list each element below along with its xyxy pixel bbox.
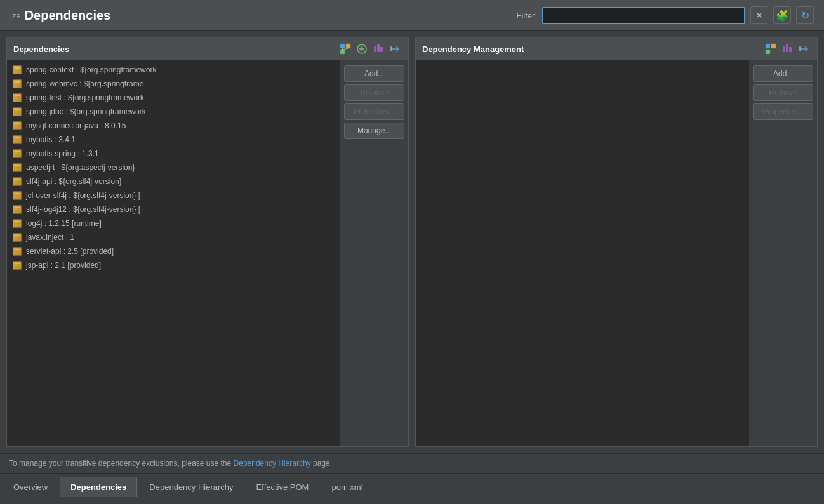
list-item[interactable]: slf4j-api : ${org.slf4j-version} [7, 175, 340, 189]
list-item[interactable]: servlet-api : 2.5 [provided] [7, 244, 340, 258]
dep-toolbar-icon-4[interactable] [388, 42, 402, 56]
list-item[interactable]: log4j : 1.2.15 [runtime] [7, 216, 340, 230]
svg-rect-10 [380, 47, 383, 52]
collapse-icon: 🧩 [776, 10, 788, 22]
filter-label: Filter: [517, 11, 538, 20]
main-content: Dependencies [0, 31, 824, 473]
dep-item-label: jcl-over-slf4j : ${org.slf4j-version} [ [26, 191, 140, 200]
jar-icon [12, 190, 22, 201]
svg-line-4 [343, 48, 349, 50]
mgmt-toolbar-icon-2[interactable] [780, 42, 794, 56]
dep-toolbar-icon-2[interactable] [355, 42, 369, 56]
ize-label: ize [10, 11, 21, 20]
svg-rect-13 [766, 44, 770, 48]
mgmt-remove-button[interactable]: Remove [753, 84, 813, 101]
dep-add-button[interactable]: Add... [344, 65, 404, 82]
list-item[interactable]: mybatis-spring : 1.3.1 [7, 147, 340, 161]
list-item[interactable]: spring-context : ${org.springframework [7, 63, 340, 77]
dep-toolbar-icon-1[interactable] [338, 42, 352, 56]
dep-item-label: slf4j-api : ${org.slf4j-version} [26, 177, 122, 186]
dep-item-label: servlet-api : 2.5 [provided] [26, 247, 114, 256]
list-item[interactable]: spring-webmvc : ${org.springframe [7, 77, 340, 91]
jar-icon [12, 79, 22, 89]
list-item[interactable]: mybatis : 3.4.1 [7, 133, 340, 147]
dep-mgmt-panel: Dependency Management [415, 37, 818, 447]
svg-rect-8 [374, 46, 376, 52]
svg-rect-15 [766, 50, 770, 54]
dependencies-panel-body: spring-context : ${org.springframeworksp… [7, 60, 408, 446]
svg-rect-19 [789, 47, 792, 52]
dependencies-list[interactable]: spring-context : ${org.springframeworksp… [7, 60, 340, 446]
dep-mgmt-panel-title: Dependency Management [422, 44, 524, 54]
clear-filter-button[interactable]: ✕ [750, 6, 768, 24]
jar-icon [12, 260, 22, 270]
filter-area: Filter: ✕ 🧩 ↻ [517, 6, 814, 24]
dep-item-label: slf4j-log4j12 : ${org.slf4j-version} [ [26, 205, 140, 214]
dep-item-label: mybatis : 3.4.1 [26, 135, 76, 144]
dependencies-panel-toolbar [338, 42, 402, 56]
list-item[interactable]: spring-test : ${org.springframework [7, 91, 340, 105]
list-item[interactable]: javax.inject : 1 [7, 230, 340, 244]
dep-mgmt-panel-body: Add... Remove Properties... [416, 60, 817, 446]
clear-icon: ✕ [755, 10, 763, 20]
dependencies-panel-header: Dependencies [7, 38, 408, 60]
jar-icon [12, 218, 22, 229]
mgmt-add-button[interactable]: Add... [753, 65, 813, 82]
dep-mgmt-panel-toolbar [764, 42, 811, 56]
mgmt-toolbar-icon-3[interactable] [797, 42, 811, 56]
tab-dependencies[interactable]: Dependencies [60, 477, 137, 497]
tab-effective-pom[interactable]: Effective POM [246, 477, 320, 497]
collapse-icon-button[interactable]: 🧩 [773, 6, 791, 24]
jar-icon [12, 135, 22, 145]
dependencies-action-buttons: Add... Remove Properties... Manage... [340, 60, 408, 446]
dep-item-label: jsp-api : 2.1 [provided] [26, 261, 101, 270]
title-bar-left: ize Dependencies [10, 8, 110, 23]
svg-rect-17 [783, 46, 785, 52]
svg-rect-0 [340, 44, 345, 48]
jar-icon [12, 232, 22, 242]
list-item[interactable]: mysql-connector-java : 8.0.15 [7, 119, 340, 133]
tab-overview[interactable]: Overview [3, 477, 58, 497]
svg-rect-14 [771, 44, 776, 48]
dep-properties-button[interactable]: Properties... [344, 103, 404, 120]
status-bar: To manage your transitive dependency exc… [0, 453, 824, 473]
jar-icon [12, 246, 22, 256]
filter-input[interactable] [542, 7, 745, 24]
jar-icon [12, 107, 22, 117]
dep-mgmt-action-buttons: Add... Remove Properties... [749, 60, 817, 446]
dep-item-label: mysql-connector-java : 8.0.15 [26, 121, 126, 130]
refresh-icon: ↻ [801, 10, 809, 22]
title-bar: ize Dependencies Filter: ✕ 🧩 ↻ [0, 0, 824, 31]
dep-item-label: spring-test : ${org.springframework [26, 93, 144, 102]
list-item[interactable]: slf4j-log4j12 : ${org.slf4j-version} [ [7, 202, 340, 216]
dependencies-panel: Dependencies [6, 37, 409, 447]
mgmt-toolbar-icon-1[interactable] [764, 42, 778, 56]
dep-mgmt-list [416, 60, 749, 446]
mgmt-properties-button[interactable]: Properties... [753, 103, 813, 120]
dep-mgmt-panel-header: Dependency Management [416, 38, 817, 60]
dep-toolbar-icon-3[interactable] [371, 42, 385, 56]
dep-item-label: aspectjrt : ${org.aspectj-version} [26, 163, 135, 172]
jar-icon [12, 176, 22, 187]
list-item[interactable]: aspectjrt : ${org.aspectj-version} [7, 161, 340, 175]
tab-bar: Overview Dependencies Dependency Hierarc… [0, 473, 824, 497]
svg-rect-18 [786, 44, 788, 52]
svg-rect-9 [377, 44, 380, 52]
list-item[interactable]: jcl-over-slf4j : ${org.slf4j-version} [ [7, 189, 340, 202]
list-item[interactable]: jsp-api : 2.1 [provided] [7, 258, 340, 272]
dep-item-label: spring-context : ${org.springframework [26, 65, 156, 74]
status-text-after: page. [311, 459, 332, 468]
dep-item-label: mybatis-spring : 1.3.1 [26, 149, 99, 158]
refresh-button[interactable]: ↻ [796, 6, 814, 24]
dep-remove-button[interactable]: Remove [344, 84, 404, 101]
status-text-before: To manage your transitive dependency exc… [9, 459, 234, 468]
tab-dependency-hierarchy[interactable]: Dependency Hierarchy [138, 477, 244, 497]
dependency-hierarchy-link[interactable]: Dependency Hierarchy [234, 459, 311, 468]
list-item[interactable]: spring-jdbc : ${org.springframework [7, 105, 340, 119]
jar-icon [12, 162, 22, 173]
svg-rect-1 [346, 44, 350, 48]
jar-icon [12, 65, 22, 75]
dep-manage-button[interactable]: Manage... [344, 123, 404, 139]
dep-item-label: log4j : 1.2.15 [runtime] [26, 219, 102, 228]
tab-pom-xml[interactable]: pom.xml [321, 477, 373, 497]
